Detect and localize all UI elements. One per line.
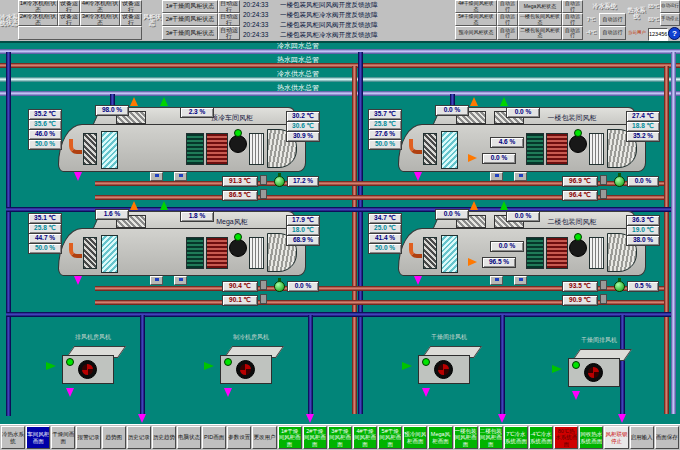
chiller-3-status-button[interactable]: 3#冷水机组状态 bbox=[80, 13, 120, 26]
drain-arrow-icon bbox=[66, 388, 74, 397]
nav-history-log[interactable]: 历史记录 bbox=[127, 426, 151, 449]
fan-wheel-icon bbox=[236, 360, 255, 379]
supply-arrow-icon bbox=[500, 201, 508, 210]
drain-arrow-icon bbox=[224, 388, 232, 397]
nav-dry-ahu-5[interactable]: 5#干燥间风柜画面 bbox=[378, 426, 402, 449]
mega-ahu-status-button[interactable]: Mega风柜状态 bbox=[518, 0, 562, 13]
nav-hot-water-system-alarm[interactable]: 80℃热水系统画面 bbox=[554, 426, 578, 449]
valve-position-readout: 17.2 % bbox=[287, 176, 319, 187]
fresh-damper-readout: 1.8 % bbox=[180, 211, 214, 222]
drain-arrow-icon bbox=[414, 276, 422, 285]
alarm-text: 二楼包装风柜回风阀开度反馈故障 bbox=[280, 20, 378, 30]
nav-dry-ahu-2[interactable]: 2#干燥间风柜画面 bbox=[303, 426, 327, 449]
hmi-screen: 冷水系统状态 1#冷水机组状态 设备运行 4#冷水机组状态 设备运行 2#冷水机… bbox=[0, 0, 680, 450]
valve-position-readout: 0.0 % bbox=[627, 176, 659, 187]
chiller-4-run-state: 设备运行 bbox=[120, 0, 142, 13]
cooling-coil-icon bbox=[526, 133, 544, 165]
cold-water-system-label: 冷水系统 bbox=[583, 0, 626, 13]
nav-workshop-ahu-screen-active[interactable]: 车间风柜画面 bbox=[26, 426, 50, 449]
dry-ahu-4-status-button[interactable]: 4#干燥间风柜状态 bbox=[455, 0, 497, 13]
nav-drying-room-screen[interactable]: 干燥间画面 bbox=[51, 426, 75, 449]
airflow-arrow-icon bbox=[402, 362, 412, 370]
nav-dry-ahu-1[interactable]: 1#干燥间风柜画面 bbox=[278, 426, 302, 449]
filter-panel-icon bbox=[441, 131, 458, 169]
floor1-ahu-status-button[interactable]: 一楼包装间风柜状态 bbox=[518, 13, 562, 26]
alarm-text: 二楼包装风柜冷水阀开度反馈故障 bbox=[280, 30, 378, 40]
current-user-input[interactable]: 123456 bbox=[648, 28, 668, 41]
nav-alarm-log[interactable]: 报警记录 bbox=[76, 426, 100, 449]
flow-arrow-down-icon bbox=[306, 414, 314, 423]
nav-floor1-packing-ahu[interactable]: 一楼包装间风柜画面 bbox=[454, 426, 478, 449]
cold-water-run-2: 自动运行 bbox=[599, 26, 626, 40]
duct-elbow-icon bbox=[69, 243, 82, 258]
damper-actuator-icon bbox=[174, 276, 187, 285]
temp-sensor-icon bbox=[600, 294, 607, 304]
dry-ahu-1-status-button[interactable]: 1#干燥间风柜状态 bbox=[162, 0, 218, 13]
nav-precool-ahu[interactable]: 预冷间风柜画面 bbox=[403, 426, 427, 449]
save-screen-button[interactable]: 画面保存 bbox=[655, 426, 679, 449]
nav-7c-cold-water-system[interactable]: 7℃冷水系统画面 bbox=[504, 426, 528, 449]
fan-run-light bbox=[66, 358, 74, 366]
fan-run-light bbox=[234, 129, 242, 137]
nav-trend-chart[interactable]: 趋势图 bbox=[102, 426, 126, 449]
top-status-bar: 冷水系统状态 1#冷水机组状态 设备运行 4#冷水机组状态 设备运行 2#冷水机… bbox=[0, 0, 680, 43]
pipe-cold-row2 bbox=[6, 312, 671, 317]
dry-ahu-5-status-button[interactable]: 5#干燥间风柜状态 bbox=[455, 13, 497, 26]
nav-dry-ahu-3[interactable]: 3#干燥间风柜画面 bbox=[328, 426, 352, 449]
drain-arrow-icon bbox=[422, 388, 430, 397]
chiller-2-status-button[interactable]: 2#冷水机组状态 bbox=[18, 13, 58, 26]
pipe-down-1 bbox=[140, 315, 145, 414]
fan-housing bbox=[62, 355, 114, 384]
supply-fan-icon bbox=[569, 239, 587, 257]
damper-actuator-icon bbox=[150, 172, 163, 181]
exhaust-fan-unit bbox=[568, 349, 630, 389]
cooling-coil-icon bbox=[186, 133, 204, 165]
nav-change-user[interactable]: 更改用户 bbox=[252, 426, 276, 449]
flow-arrow-down-icon bbox=[618, 414, 626, 423]
nav-history-trend[interactable]: 历史趋势 bbox=[152, 426, 176, 449]
damper-actuator-icon bbox=[174, 172, 187, 181]
floor2-ahu-status-button[interactable]: 二楼包装间风柜状态 bbox=[518, 26, 562, 40]
nav-minus4c-cold-water-system[interactable]: -4℃冷水系统画面 bbox=[529, 426, 553, 449]
ahu-interlock-stop-button[interactable]: 风柜联锁停止 bbox=[604, 426, 628, 449]
drain-arrow-icon bbox=[74, 172, 82, 181]
pipe-down-2 bbox=[308, 315, 313, 414]
precool-ahu-status-button[interactable]: 预冷间风柜状态 bbox=[455, 26, 497, 40]
exhaust-fan-unit bbox=[220, 346, 282, 386]
duct-elbow-icon bbox=[69, 139, 82, 154]
pipe-hot-return-main bbox=[0, 63, 680, 68]
nav-pid-screen[interactable]: PID画面 bbox=[202, 426, 226, 449]
nav-parameter-settings[interactable]: 参数设置 bbox=[227, 426, 251, 449]
hot-supply-temp-readout: 90.4 ℃ bbox=[222, 281, 258, 292]
alarm-row: 20:24:33一楼包装风柜回风阀开度反馈故障 bbox=[240, 0, 455, 10]
hot-water-system-label: 热水系统 bbox=[626, 0, 647, 26]
exhaust-fan-label: 排风机房风机 bbox=[48, 333, 138, 342]
enable-input-button[interactable]: 启用输入 bbox=[630, 426, 654, 449]
current-user-label: 当前用户 bbox=[626, 26, 648, 40]
dry-ahu-3-status-button[interactable]: 3#干燥间风柜状态 bbox=[162, 26, 218, 40]
fan-housing bbox=[418, 355, 470, 384]
chiller-1-status-button[interactable]: 1#冷水机组状态 bbox=[18, 0, 58, 13]
nav-recovery-hot-water-system[interactable]: 回收热水系统画面 bbox=[579, 426, 603, 449]
temp-sensor-icon bbox=[260, 189, 267, 199]
duct-elbow-icon bbox=[409, 243, 422, 258]
nav-mega-ahu[interactable]: Mega风柜画面 bbox=[428, 426, 452, 449]
nav-dry-ahu-4[interactable]: 4#干燥间风柜画面 bbox=[353, 426, 377, 449]
nav-hot-cold-water-system[interactable]: 冷热水系统 bbox=[1, 426, 25, 449]
help-button[interactable]: ? bbox=[668, 27, 680, 40]
nav-computer-status[interactable]: 电脑状态 bbox=[177, 426, 201, 449]
dry-ahu-2-status-button[interactable]: 2#干燥间风柜状态 bbox=[162, 13, 218, 26]
nav-floor2-packing-ahu[interactable]: 二楼包装间风柜画面 bbox=[479, 426, 503, 449]
chiller-4-status-button[interactable]: 4#冷水机组状态 bbox=[80, 0, 120, 13]
exhaust-fan-label: 干燥间排风机 bbox=[554, 336, 644, 345]
fan-run-light bbox=[422, 358, 430, 366]
hot-supply-temp-readout: 93.5 ℃ bbox=[562, 281, 598, 292]
return-damper-readout: 0.0 % bbox=[435, 209, 469, 220]
main-label-cold-return: 冷水回水总管 bbox=[250, 42, 346, 49]
supply-rh-readout: 68.9 % bbox=[286, 235, 320, 246]
alarm-text: 一楼包装风柜冷水阀开度反馈故障 bbox=[280, 10, 378, 20]
temp-sensor-icon bbox=[600, 175, 607, 185]
intake-grille-icon bbox=[423, 237, 437, 269]
filter-panel-icon bbox=[101, 131, 118, 169]
supply-rh-readout: 30.9 % bbox=[286, 131, 320, 142]
